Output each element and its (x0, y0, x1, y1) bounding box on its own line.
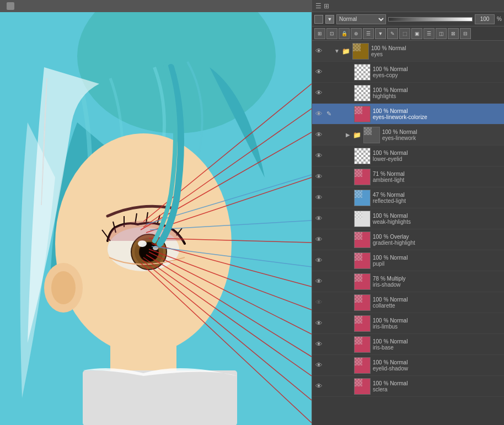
new-layer-btn[interactable]: ⊞ (314, 28, 325, 39)
select-btn[interactable]: ▣ (411, 28, 422, 39)
layer-info-collarette: 100 % Normalcollarette (373, 297, 503, 309)
layer-item-iris-shadow[interactable]: 👁✎78 % Multiplyiris-shadow (312, 271, 504, 292)
layer-item-iris-base[interactable]: 👁✎100 % Normaliris-base (312, 334, 504, 355)
layer-blend-ambient-light: 71 % Normal (373, 171, 503, 177)
layer-name-eyes: eyes (371, 51, 503, 57)
title-bar-close[interactable] (7, 2, 14, 10)
layer-visibility-lower-eyelid[interactable]: 👁 (313, 150, 324, 162)
layer-visibility-reflected-light[interactable]: 👁 (313, 192, 324, 203)
layer-blend-iris-shadow: 78 % Multiply (373, 276, 503, 282)
layer-visibility-iris-shadow[interactable]: 👁 (313, 276, 324, 287)
layer-info-eyes-copy: 100 % Normaleyes-copy (373, 66, 503, 78)
layer-item-weak-highlights[interactable]: 👁✎100 % Normalweak-highlights (312, 208, 504, 229)
layer-info-iris-limbus: 100 % Normaliris-limbus (373, 318, 503, 330)
layers-list[interactable]: 👁✎▼📁100 % Normaleyes👁✎100 % Normaleyes-c… (312, 41, 504, 425)
delete-btn[interactable]: ⊠ (448, 28, 459, 39)
layer-item-pupil[interactable]: 👁✎100 % Normalpupil (312, 250, 504, 271)
folder-icon: 📁 (353, 131, 361, 139)
layer-blend-eyes-copy: 100 % Normal (373, 66, 503, 72)
layer-name-iris-base: iris-base (373, 345, 503, 351)
layer-thumb-pupil (354, 252, 371, 269)
svg-point-4 (51, 271, 76, 304)
layer-info-lower-eyelid: 100 % Normallower-eyelid (373, 150, 503, 162)
layer-expand-eyes[interactable]: ▼ (333, 48, 341, 54)
layer-panel: ☰ ⊞ ▼ Normal Multiply Overlay Screen % ⊞… (312, 0, 504, 425)
lock-btn[interactable]: 🔒 (339, 28, 350, 39)
blend-mode-select[interactable]: Normal Multiply Overlay Screen (336, 14, 386, 24)
layer-checkbox[interactable] (314, 15, 323, 24)
copy-layer-btn[interactable]: ⊡ (326, 28, 337, 39)
layer-visibility-weak-highlights[interactable]: 👁 (313, 213, 324, 224)
dropdown-btn[interactable]: ▼ (375, 28, 386, 39)
layer-thumb-gradient-highlight (354, 232, 371, 248)
hamburger-icon[interactable]: ☰ (315, 2, 321, 10)
layer-name-eyelid-shadow: eyelid-shadow (373, 365, 503, 372)
layer-visibility-eyes-linework-colorize[interactable]: 👁 (313, 109, 324, 120)
layer-thumb-eyes-linework-colorize (354, 106, 371, 122)
layer-item-sclera[interactable]: 👁✎100 % Normalsclera (312, 376, 504, 397)
layer-item-reflected-light[interactable]: 👁✎47 % Normalreflected-light (312, 187, 504, 208)
layer-visibility-pupil[interactable]: 👁 (313, 255, 324, 266)
mask-btn[interactable]: ⬚ (399, 28, 410, 39)
layer-lock-checkbox[interactable]: ▼ (325, 15, 334, 24)
layer-visibility-sclera[interactable]: 👁 (313, 381, 324, 392)
layer-visibility-ambient-light[interactable]: 👁 (313, 171, 324, 182)
layer-visibility-eyelid-shadow[interactable]: 👁 (313, 360, 324, 371)
layer-info-iris-base: 100 % Normaliris-base (373, 338, 503, 351)
layer-visibility-iris-limbus[interactable]: 👁 (313, 318, 324, 329)
layer-blend-weak-highlights: 100 % Normal (373, 213, 503, 219)
layer-thumb-sclera (354, 378, 371, 395)
layer-info-eyes: 100 % Normaleyes (371, 45, 503, 57)
split-btn[interactable]: ◫ (436, 28, 447, 39)
layer-visibility-collarette[interactable]: 👁 (313, 297, 324, 308)
layer-visibility-highlights[interactable]: 👁 (313, 88, 324, 99)
layer-visibility-eyes-copy[interactable]: 👁 (313, 67, 324, 78)
layer-visibility-eyes[interactable]: 👁 (313, 46, 324, 57)
layer-item-gradient-highlight[interactable]: 👁✎100 % Overlaygradient-highlight (312, 229, 504, 250)
layer-visibility-gradient-highlight[interactable]: 👁 (313, 234, 324, 245)
layer-item-eyelid-shadow[interactable]: 👁✎100 % Normaleyelid-shadow (312, 355, 504, 376)
layer-item-eyes-linework-colorize[interactable]: 👁✎100 % Normaleyes-linework-colorize (312, 104, 504, 125)
svg-rect-37 (83, 370, 237, 425)
opacity-bar[interactable] (388, 17, 473, 21)
layer-blend-collarette: 100 % Normal (373, 297, 503, 303)
menu-btn[interactable]: ☰ (423, 28, 435, 39)
layer-thumb-collarette (354, 294, 371, 311)
layer-item-eyes-copy[interactable]: 👁✎100 % Normaleyes-copy (312, 62, 504, 83)
layer-blend-eyes: 100 % Normal (371, 45, 503, 51)
layer-info-highlights: 100 % Normalhighlights (373, 87, 503, 99)
layer-name-gradient-highlight: gradient-highlight (373, 240, 503, 246)
layer-item-eyes[interactable]: 👁✎▼📁100 % Normaleyes (312, 41, 504, 62)
layer-name-weak-highlights: weak-highlights (373, 219, 503, 225)
layer-visibility-iris-base[interactable]: 👁 (313, 339, 324, 350)
layer-blend-highlights: 100 % Normal (373, 87, 503, 93)
layer-info-sclera: 100 % Normalsclera (373, 380, 503, 392)
layer-item-eyes-linework[interactable]: 👁✎▶📁100 % Normaleyes-linework (312, 125, 504, 146)
layer-name-lower-eyelid: lower-eyelid (373, 156, 503, 162)
add-btn[interactable]: ⊟ (460, 28, 471, 39)
layer-name-sclera: sclera (373, 386, 503, 392)
edit-btn[interactable]: ✎ (387, 28, 398, 39)
opacity-input[interactable] (475, 14, 495, 24)
layer-thumb-eyes (352, 43, 369, 60)
layer-item-iris-limbus[interactable]: 👁✎100 % Normaliris-limbus (312, 313, 504, 334)
layer-thumb-iris-shadow (354, 273, 371, 290)
layer-thumb-highlights (354, 85, 371, 101)
layer-item-lower-eyelid[interactable]: 👁✎100 % Normallower-eyelid (312, 146, 504, 166)
layer-blend-reflected-light: 47 % Normal (373, 192, 503, 198)
layer-item-highlights[interactable]: 👁✎100 % Normalhighlights (312, 83, 504, 104)
layer-thumb-eyelid-shadow (354, 357, 371, 374)
layer-blend-iris-limbus: 100 % Normal (373, 318, 503, 324)
folder-icon: 📁 (342, 47, 350, 55)
layer-item-collarette[interactable]: 👁✎100 % Normalcollarette (312, 292, 504, 313)
folder-btn[interactable]: ☰ (363, 28, 374, 39)
layer-name-eyes-linework: eyes-linework (382, 135, 503, 141)
layer-name-collarette: collarette (373, 303, 503, 309)
layer-blend-iris-base: 100 % Normal (373, 338, 503, 345)
svg-point-11 (138, 240, 147, 247)
layer-info-eyelid-shadow: 100 % Normaleyelid-shadow (373, 359, 503, 372)
layer-expand-eyes-linework[interactable]: ▶ (344, 132, 352, 138)
layer-visibility-eyes-linework[interactable]: 👁 (313, 130, 324, 141)
layer-item-ambient-light[interactable]: 👁✎71 % Normalambient-light (312, 166, 504, 187)
merge-btn[interactable]: ⊕ (351, 28, 362, 39)
